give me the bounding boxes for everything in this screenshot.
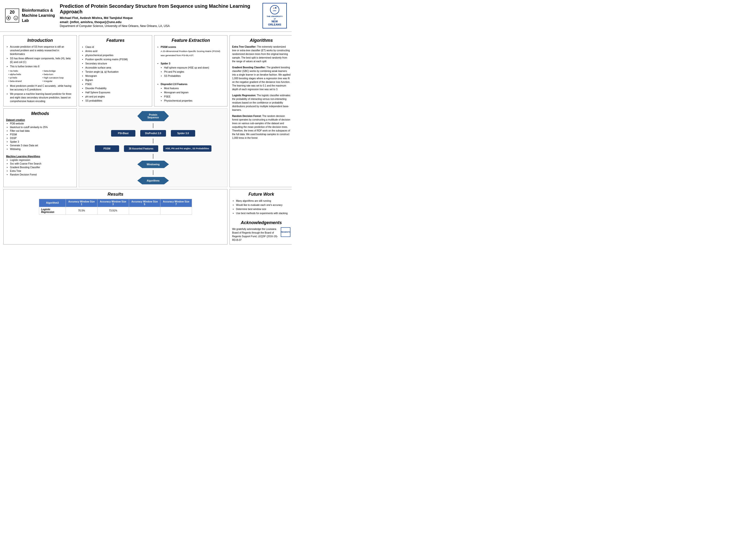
uni-label-of: of (265, 18, 284, 20)
feat-item-12: phi and psi angles (85, 95, 149, 99)
feat-item-5: Accessible surface area (85, 66, 149, 70)
feat-item-4: Secondary structure (85, 61, 149, 66)
table-row: Logistic Regression 70.5% 73.91% (39, 207, 192, 214)
regents-logo-svg: REGENTS (281, 227, 290, 237)
pssm-item: PSSM scores A 20-dimensional Position-Sp… (161, 45, 225, 57)
svg-text:20: 20 (10, 10, 15, 15)
filter-item-4: Spider 3 (10, 140, 74, 144)
pssm-list: PSSM scores A 20-dimensional Position-Sp… (157, 45, 225, 57)
ss-item-5: • beta-bridge (43, 69, 74, 73)
algorithms-title: Algorithms (232, 38, 290, 43)
ss-item-6: • beta-turn (43, 73, 74, 76)
university-logo: ⛪🏛 UNO THE UNIVERSITY of NEW ORLEANS (263, 3, 287, 28)
future-work-section: Future Work Many algorithms are still ru… (229, 189, 292, 245)
ss-item-4: • beta-strand (9, 79, 40, 83)
spider3-list: Spider 3 Half sphere exposure (HSE up an… (157, 61, 225, 78)
methods-title: Methods (6, 111, 74, 116)
introduction-content: Accurate prediction of SS from sequence … (6, 45, 74, 103)
intro-item-5: We propose a machine learning based pred… (10, 92, 74, 103)
ack-text: We gratefully acknowledge the Louisiana … (232, 227, 278, 242)
pssm-label: PSSM scores (161, 46, 176, 48)
row-w5 (129, 207, 160, 214)
fc-row-algorithms: Algorithms (81, 177, 225, 184)
uno-logo-svg: ⛪🏛 UNO (267, 5, 282, 15)
fc-row-tools: PSI-Blast DisPredict 2.0 Spider 3.0 (81, 130, 225, 137)
spider3-sub-0: Half sphere exposure (HSE up and down) (164, 66, 225, 70)
results-title: Results (6, 192, 225, 197)
page-header: 20 ⚙ Bioinformatics & Machine Learning L… (0, 0, 292, 32)
algo-item-2: Logistic Regression: The logistic classi… (232, 94, 290, 112)
feat-item-10: Disorder Probability (85, 86, 149, 90)
filter-item-5: Generate 3 class Data set (10, 144, 74, 147)
spider3-item: Spider 3 Half sphere exposure (HSE up an… (161, 61, 225, 78)
algo-desc-1: The gradient boosting classifier (GBC) w… (232, 66, 290, 91)
fc-psi-blast: PSI-Blast (111, 130, 135, 137)
filter-item-3: DSSP (10, 136, 74, 140)
fc-dispredict: DisPredict 2.0 (140, 130, 166, 137)
feat-item-0: Class id (85, 45, 149, 49)
future-list: Many algorithms are still running Would … (232, 199, 290, 215)
intro-item-2: SS has three different major components,… (10, 57, 74, 64)
pssm-desc: A 20-dimensional Position-Specific Scori… (161, 50, 220, 57)
lab-logo-icon: 20 ⚙ (5, 8, 19, 23)
ss-item-2: • alpha-helix (9, 73, 40, 76)
uni-label-the: THE UNIVERSITY (265, 15, 284, 18)
row-w3: 73.91% (97, 207, 129, 214)
ml-item-0: Logistic regression (10, 158, 74, 162)
feat-item-6: Torsion angle (ϕ, ψ) fluctuation (85, 70, 149, 74)
methods-content: Dataset creation PDB website blastclust … (6, 118, 74, 176)
fc-row-features: PSSM 38 Assorted Features HSE, Phi and P… (81, 145, 225, 152)
dispredict-sub-2: PSEE (164, 95, 225, 99)
future-item-2: Determine best window size (236, 207, 290, 211)
intro-list-2: Most predictors predict H and C accurate… (6, 84, 74, 103)
row-w1: 70.5% (66, 207, 97, 214)
main-content: Introduction Accurate prediction of SS f… (0, 32, 292, 248)
col-window3: Accuracy Window Size 3 (97, 199, 129, 207)
uno-logo-box: ⛪🏛 UNO THE UNIVERSITY of NEW ORLEANS (263, 3, 287, 28)
algo-name-1: Gradient Boosting Classifier: (232, 66, 266, 69)
lab-name: Bioinformatics & Machine Learning Lab (22, 8, 55, 23)
uni-label-new-orleans: NEW ORLEANS (265, 20, 284, 26)
email: email: {mflot, amishra, thoque}@uno.edu (60, 20, 263, 24)
dispredict-sub-1: Monogram and bigram (164, 90, 225, 95)
col-window7: Accuracy Window Size 7 (160, 199, 192, 207)
ss-sublist: • 3α-helix • beta-bridge • alpha-helix •… (9, 69, 74, 83)
header-content: Prediction of Protein Secondary Structur… (55, 3, 263, 28)
fc-line-2 (153, 139, 153, 143)
fc-protein-sequence: Protein Sequence (137, 111, 169, 121)
ss-item-8: • irregular (43, 79, 74, 83)
ml-item-4: Random Decision Forest (10, 173, 74, 176)
fc-line-4 (153, 170, 153, 175)
ml-item-2: Gradient Boosting Classifier (10, 166, 74, 169)
features-section: Features Class id Amino acid physiochemi… (79, 35, 152, 106)
svg-text:REGENTS: REGENTS (281, 231, 290, 233)
feat-item-9: PSEE (85, 82, 149, 86)
acknowledgements-section: Acknowledgements We gratefully acknowled… (232, 220, 290, 242)
fc-row-protein: Protein Sequence (81, 111, 225, 121)
fc-row-windowing: Windowing (81, 161, 225, 168)
results-section: Results Algorithm3 Accuracy Window Size … (3, 189, 227, 245)
filter-item-1: Filter out bad data (10, 129, 74, 133)
svg-text:⚙: ⚙ (15, 17, 17, 19)
spider3-label: Spider 3 (161, 62, 170, 65)
dataset-heading: Dataset creation (6, 118, 74, 122)
algorithms-section: Algorithms Extra Tree Classifier: The ex… (229, 35, 292, 187)
feat-item-13: SS probabilities (85, 99, 149, 103)
col-window5: Accuracy Window Size 5 (129, 199, 160, 207)
ss-item-7: • high curvature loop (43, 76, 74, 79)
svg-point-3 (8, 17, 9, 19)
future-item-0: Many algorithms are still running (236, 199, 290, 203)
ack-content: We gratefully acknowledge the Louisiana … (232, 227, 290, 242)
feat-item-8: Bigram (85, 78, 149, 82)
col-window1: Accuracy Window Size 1 (66, 199, 97, 207)
algorithms-content: Extra Tree Classifier: The extremely ran… (232, 45, 290, 140)
intro-list: Accurate prediction of SS from sequence … (6, 45, 74, 68)
spider3-sub-1: Phi and Psi angles (164, 70, 225, 74)
fc-line-1 (153, 123, 153, 128)
feat-item-3: Position specific scoring matrix (PSSM) (85, 57, 149, 61)
row-algo: Logistic Regression (39, 207, 66, 214)
dispredict-sub-3: Physiochemical properties (164, 99, 225, 103)
fc-algorithms: Algorithms (137, 177, 169, 184)
future-work-content: Many algorithms are still running Would … (232, 199, 290, 215)
svg-text:UNO: UNO (273, 10, 276, 11)
